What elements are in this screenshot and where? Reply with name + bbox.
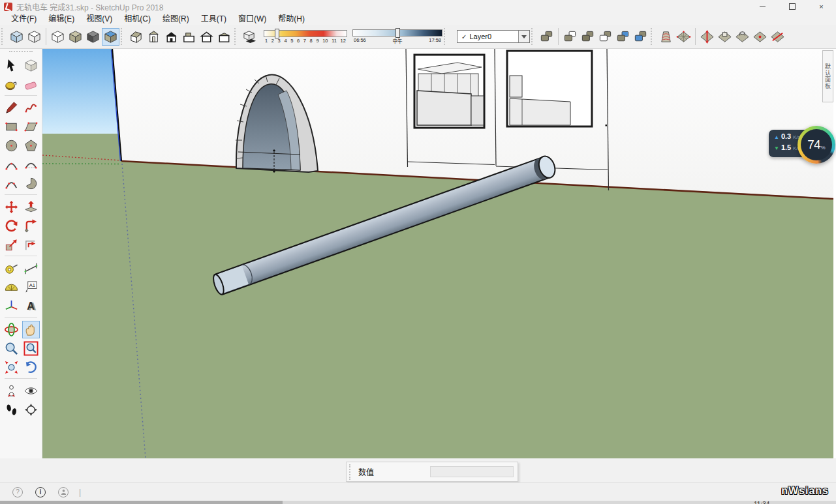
toolbar-shaded-style-button[interactable] <box>67 28 84 46</box>
menu-item-2[interactable]: 视图(V) <box>80 13 118 25</box>
shadow-month-slider[interactable]: 123456789101112 <box>264 30 347 44</box>
tool-axes-button[interactable] <box>3 297 20 315</box>
tool-rectangle-button[interactable] <box>3 118 20 136</box>
menu-item-0[interactable]: 文件(F) <box>5 13 42 25</box>
tool-freehand-button[interactable] <box>22 99 40 117</box>
info-icon[interactable]: i <box>35 487 46 497</box>
toolbar-trim-button[interactable] <box>614 28 632 46</box>
tool-section-plane-button[interactable] <box>22 401 40 419</box>
tool-dimension-button[interactable] <box>22 259 40 277</box>
default-tray-tab[interactable]: 默认面板 <box>822 50 833 102</box>
tool-zoom-button[interactable] <box>3 340 20 357</box>
tool-pan-button[interactable] <box>22 321 40 338</box>
toolbar-grip[interactable] <box>1 28 5 45</box>
toolbar-grip[interactable] <box>651 28 655 45</box>
tool-rotated-rectangle-button[interactable] <box>22 118 40 136</box>
help-icon[interactable]: ? <box>12 487 23 497</box>
palette-grip[interactable] <box>9 51 33 55</box>
toolbar-view-left-button[interactable] <box>198 28 215 46</box>
tool-3d-text-button[interactable]: AA <box>22 297 40 315</box>
toolbar-union-button[interactable] <box>579 28 596 46</box>
month-tick-11: 11 <box>332 38 337 44</box>
tool-two-point-arc-button[interactable] <box>22 156 40 173</box>
toolbar-monochrome-style-button[interactable] <box>102 28 119 46</box>
tool-circle-button[interactable] <box>3 137 20 155</box>
toolbar-split-button[interactable] <box>632 28 649 46</box>
tool-walk-button[interactable] <box>3 401 20 419</box>
tool-zoom-window-button[interactable] <box>22 340 40 357</box>
month-slider-handle[interactable] <box>275 29 279 38</box>
tool-arc-button[interactable] <box>3 156 20 173</box>
toolbar-smoove-button[interactable] <box>698 28 716 46</box>
tool-position-camera-button[interactable] <box>3 382 20 400</box>
scene-sky <box>42 49 119 134</box>
taskbar-edge[interactable]: 11:34 <box>0 501 836 504</box>
menu-bar: 文件(F)编辑(E)视图(V)相机(C)绘图(R)工具(T)窗口(W)帮助(H) <box>0 13 836 25</box>
toolbar-view-top-button[interactable] <box>145 28 163 46</box>
signin-icon[interactable] <box>58 487 69 497</box>
tool-move-button[interactable] <box>3 198 20 216</box>
toolbar-view-back-button[interactable] <box>215 28 233 46</box>
tool-three-point-arc-button[interactable] <box>3 175 20 192</box>
toolbar-intersect-button[interactable] <box>561 28 579 46</box>
menu-item-1[interactable]: 编辑(E) <box>42 13 80 25</box>
measurement-grip[interactable] <box>349 464 353 480</box>
toolbar-wireframe-style-button[interactable] <box>49 28 67 46</box>
percent-gauge[interactable]: 74 % <box>797 126 835 164</box>
shadow-time-slider[interactable]: 06:56 中午 17:58 <box>352 29 442 44</box>
tool-text-button[interactable]: A1 <box>22 278 40 296</box>
layer-dropdown-arrow-icon[interactable] <box>518 31 529 42</box>
measurement-input[interactable] <box>430 466 514 477</box>
toolbar-outer-shell-button[interactable] <box>538 28 555 46</box>
menu-item-4[interactable]: 绘图(R) <box>157 13 195 25</box>
toolbar-from-contours-button[interactable] <box>657 28 675 46</box>
time-slider-handle[interactable] <box>395 28 400 38</box>
tool-eraser-button[interactable] <box>22 76 40 93</box>
tool-previous-view-button[interactable] <box>22 359 40 376</box>
toolbar-grip[interactable] <box>444 28 448 45</box>
tool-zoom-extents-button[interactable] <box>3 359 20 376</box>
tool-look-around-button[interactable] <box>22 382 40 400</box>
tool-protractor-button[interactable] <box>3 278 20 296</box>
menu-item-6[interactable]: 窗口(W) <box>232 13 272 25</box>
toolbar-add-detail-button[interactable] <box>751 28 769 46</box>
toolbar-subtract-button[interactable] <box>596 28 614 46</box>
tool-select-button[interactable] <box>3 57 20 74</box>
toolbar-drape-button[interactable] <box>734 28 751 46</box>
toolbar-flip-edge-button[interactable] <box>769 28 786 46</box>
toolbar-view-right-button[interactable] <box>180 28 198 46</box>
toolbar-grip[interactable] <box>531 28 535 45</box>
toolbar-grip[interactable] <box>121 28 125 45</box>
toolbar-view-iso-button[interactable] <box>127 28 145 46</box>
toolbar-from-scratch-button[interactable] <box>675 28 692 46</box>
toolbar-stamp-button[interactable] <box>716 28 734 46</box>
tool-push-pull-button[interactable] <box>22 198 40 216</box>
menu-item-3[interactable]: 相机(C) <box>118 13 157 25</box>
toolbar-back-edges-style-button[interactable] <box>25 28 43 46</box>
toolbar-toggle-shadows-button[interactable] <box>241 28 258 46</box>
tool-offset-button[interactable] <box>22 236 40 254</box>
menu-item-7[interactable]: 帮助(H) <box>272 13 311 25</box>
model-viewport[interactable] <box>42 49 833 458</box>
close-button[interactable]: × <box>807 0 836 13</box>
minimize-button[interactable] <box>748 0 777 13</box>
tool-scale-button[interactable] <box>3 236 20 254</box>
maximize-button[interactable] <box>777 0 807 13</box>
tool-polygon-button[interactable] <box>22 137 40 155</box>
menu-item-5[interactable]: 工具(T) <box>195 13 232 25</box>
toolbar-shaded-textures-style-button[interactable] <box>84 28 102 46</box>
toolbar-grip[interactable] <box>234 28 238 45</box>
tool-make-component-button[interactable] <box>22 57 40 74</box>
tool-pie-button[interactable] <box>22 175 40 192</box>
download-arrow-icon: ▼ <box>774 145 779 151</box>
time-end-label: 17:58 <box>429 37 441 44</box>
tool-line-button[interactable] <box>3 99 20 117</box>
tool-paint-bucket-button[interactable] <box>3 76 20 93</box>
layer-dropdown[interactable]: ✓ Layer0 <box>457 30 530 43</box>
toolbar-x-ray-style-button[interactable] <box>8 28 25 46</box>
tool-follow-me-button[interactable] <box>22 217 40 235</box>
toolbar-view-front-button[interactable] <box>163 28 180 46</box>
tool-rotate-button[interactable] <box>3 217 20 235</box>
tool-tape-measure-button[interactable] <box>3 259 20 277</box>
tool-orbit-button[interactable] <box>3 321 20 338</box>
